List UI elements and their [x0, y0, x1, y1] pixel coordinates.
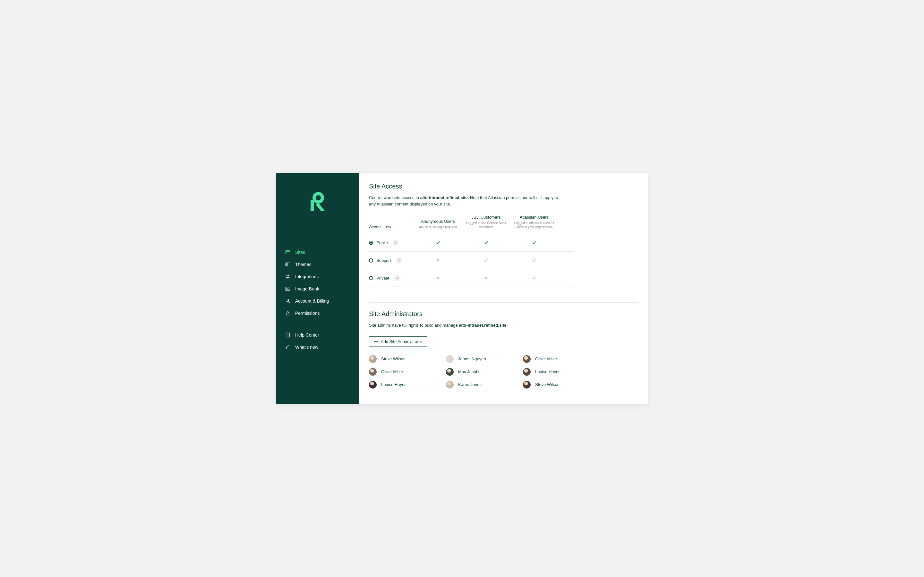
themes-icon	[285, 261, 291, 268]
admin-name: Louise Hayes	[381, 382, 407, 387]
access-level-table: Access Level Anonymous UsersAll users, n…	[369, 215, 574, 287]
access-radio-public[interactable]: Public i	[369, 240, 414, 245]
admin-name: Steve Wilson	[535, 382, 559, 387]
svg-point-0	[314, 193, 322, 202]
access-cell	[510, 240, 558, 245]
sidebar-item-help-center[interactable]: Help Center	[285, 329, 350, 341]
access-row-label: Public	[376, 240, 388, 245]
access-row-label: Private	[376, 276, 389, 280]
logo	[276, 192, 359, 211]
sidebar-item-label: Image Bank	[295, 286, 319, 292]
whatsnew-icon	[285, 344, 291, 350]
admin-item[interactable]: Steve Wilson	[523, 381, 594, 388]
access-radio-support[interactable]: Support i	[369, 258, 414, 263]
admins-grid: Steve Wilson James Nguyen Oliver Miller …	[369, 355, 594, 388]
app-window: SitesThemesIntegrationsImage BankAccount…	[276, 173, 648, 404]
sidebar-item-label: Sites	[295, 250, 305, 255]
avatar	[446, 368, 454, 376]
info-icon[interactable]: i	[394, 275, 400, 281]
access-row-public: Public i	[369, 234, 574, 251]
admin-item[interactable]: Oliver Miller	[369, 368, 439, 376]
sidebar-item-sites[interactable]: Sites	[285, 246, 350, 258]
nav-main: SitesThemesIntegrationsImage BankAccount…	[276, 246, 359, 319]
admin-name: Oliver Miller	[381, 369, 403, 374]
svg-rect-1	[310, 200, 314, 211]
add-site-administrator-button[interactable]: Add Site Administrator	[369, 336, 427, 347]
column-title: Anonymous Users	[414, 219, 462, 224]
site-access-title: Site Access	[369, 183, 638, 190]
access-cell	[510, 276, 558, 280]
column-title: Atlassian Users	[510, 215, 558, 219]
plus-icon	[374, 339, 378, 343]
sidebar-item-themes[interactable]: Themes	[285, 258, 350, 271]
sidebar-item-label: Permissions	[295, 311, 320, 316]
svg-marker-2	[316, 203, 325, 211]
access-cell	[510, 258, 558, 263]
svg-rect-3	[286, 251, 290, 254]
avatar	[523, 355, 531, 363]
access-cell	[414, 258, 462, 262]
sites-icon	[285, 250, 291, 255]
nav-secondary: Help CenterWhat's new	[276, 329, 359, 353]
admin-item[interactable]: Karen Jones	[446, 381, 517, 388]
column-subtitle: Logged in Jira Service Desk customers	[462, 221, 510, 229]
access-cell	[462, 240, 510, 245]
svg-point-11	[286, 348, 286, 349]
access-row-label: Support	[376, 258, 391, 263]
access-cell	[462, 258, 510, 263]
admin-item[interactable]: Max Jacobs	[446, 368, 517, 376]
integrations-icon	[285, 274, 291, 279]
access-row-support: Support i	[369, 251, 574, 269]
permissions-icon	[285, 310, 291, 316]
info-icon[interactable]: i	[393, 240, 399, 245]
admin-item[interactable]: Louise Hayes	[523, 368, 594, 376]
admin-item[interactable]: Steve Wilson	[369, 355, 439, 363]
admin-name: Karen Jones	[458, 382, 481, 387]
avatar	[369, 355, 376, 363]
access-level-header: Access Level	[369, 224, 414, 229]
sidebar-item-label: Account & Billing	[295, 298, 329, 303]
access-radio-private[interactable]: Private i	[369, 275, 414, 281]
bottom-divider	[369, 401, 638, 401]
admin-name: Oliver Miller	[535, 356, 557, 361]
svg-rect-9	[286, 313, 289, 315]
admin-item[interactable]: Louise Hayes	[369, 381, 439, 388]
access-row-private: Private i	[369, 269, 574, 287]
column-subtitle: Logged in Atlassian account users in you…	[510, 221, 558, 229]
admin-name: Max Jacobs	[458, 369, 480, 374]
admin-item[interactable]: Oliver Miller	[523, 355, 594, 363]
sidebar: SitesThemesIntegrationsImage BankAccount…	[276, 173, 359, 404]
sidebar-item-account-billing[interactable]: Account & Billing	[285, 295, 350, 307]
avatar	[446, 355, 454, 363]
access-column-header: Anonymous UsersAll users, no login requi…	[414, 219, 462, 229]
admin-name: James Nguyen	[458, 356, 486, 361]
column-title: JSD Customers	[462, 215, 510, 219]
sidebar-item-integrations[interactable]: Integrations	[285, 271, 350, 283]
section-divider	[369, 302, 638, 303]
radio-icon	[369, 241, 373, 245]
site-admins-title: Site Administrators	[369, 310, 638, 318]
sidebar-item-what-s-new[interactable]: What's new	[285, 341, 350, 353]
sidebar-item-permissions[interactable]: Permissions	[285, 307, 350, 319]
admin-name: Louise Hayes	[535, 369, 561, 374]
access-table-header: Access Level Anonymous UsersAll users, n…	[369, 215, 574, 234]
avatar	[523, 381, 531, 388]
main-content: Site Access Control who gets access to a…	[359, 173, 648, 404]
sidebar-item-label: Integrations	[295, 274, 318, 279]
info-icon[interactable]: i	[396, 258, 402, 263]
sidebar-item-label: Help Center	[295, 332, 319, 338]
access-column-header: Atlassian UsersLogged in Atlassian accou…	[510, 215, 558, 229]
sidebar-item-label: What's new	[295, 345, 318, 350]
avatar	[369, 368, 376, 376]
access-cell	[414, 240, 462, 245]
site-admins-description: Site admins have full rights to build an…	[369, 322, 558, 329]
imagebank-icon	[285, 286, 291, 292]
account-icon	[285, 298, 291, 304]
admin-item[interactable]: James Nguyen	[446, 355, 517, 363]
access-column-header: JSD CustomersLogged in Jira Service Desk…	[462, 215, 510, 229]
admin-name: Steve Wilson	[381, 356, 405, 361]
sidebar-item-image-bank[interactable]: Image Bank	[285, 283, 350, 295]
access-cell	[462, 276, 510, 280]
sidebar-item-label: Themes	[295, 262, 312, 267]
svg-point-8	[287, 299, 289, 301]
